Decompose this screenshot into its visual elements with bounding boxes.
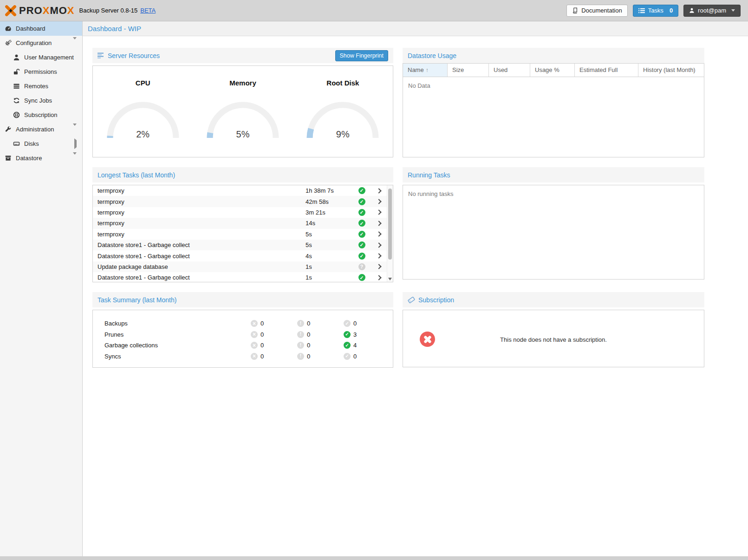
ok-count-icon (344, 342, 351, 349)
task-row[interactable]: Datastore store1 - Garbage collect 5s (93, 240, 393, 250)
server-resources-panel: Server Resources Show Fingerprint CPU (92, 48, 393, 157)
panel-title: Running Tasks (408, 171, 450, 179)
sidebar-item-administration[interactable]: Administration (0, 122, 82, 137)
beta-link[interactable]: BETA (140, 7, 156, 14)
summary-row-garbage-collections: Garbage collections 0 0 4 (93, 340, 393, 351)
sidebar-item-datastore[interactable]: Datastore (0, 151, 82, 165)
task-row[interactable]: Datastore store1 - Garbage collect 4s (93, 250, 393, 261)
chevron-right-icon (376, 275, 381, 280)
gears-icon (5, 39, 12, 46)
task-row[interactable]: termproxy 14s (93, 218, 393, 228)
task-row[interactable]: termproxy 5s (93, 229, 393, 240)
chevron-right-icon (376, 264, 381, 269)
book-icon (572, 7, 578, 13)
proxmox-logo: PROXMOX (5, 5, 75, 17)
sidebar-item-sync-jobs[interactable]: Sync Jobs (0, 93, 82, 108)
collapse-arrow-icon[interactable] (73, 155, 77, 162)
longest-tasks-panel: Longest Tasks (last Month) termproxy 1h … (92, 167, 393, 282)
sidebar-item-disks[interactable]: Disks (0, 137, 82, 151)
ticket-icon (408, 297, 415, 303)
cpu-gauge: CPU 2% (93, 79, 193, 157)
task-row[interactable]: Update package database 1s (93, 261, 393, 272)
task-row[interactable]: Datastore store1 - Garbage collect 1s (93, 272, 393, 282)
ok-count-icon (344, 320, 351, 327)
sidebar-item-subscription[interactable]: Subscription (0, 108, 82, 122)
warning-count-icon (297, 342, 304, 349)
logo-wordmark: PROXMOX (19, 5, 75, 17)
column-header-usage-pct[interactable]: Usage % (530, 64, 575, 77)
panel-title: Subscription (418, 296, 454, 304)
status-unknown-icon (358, 263, 365, 270)
chevron-right-icon (376, 199, 381, 204)
tasks-button[interactable]: Tasks 0 (633, 5, 678, 17)
bottom-border-strip (0, 556, 748, 560)
tachometer-icon (5, 25, 12, 32)
warning-count-icon (297, 320, 304, 327)
chevron-right-icon (376, 253, 381, 258)
sync-arrows-icon (13, 97, 20, 104)
sidebar-item-dashboard[interactable]: Dashboard (0, 21, 82, 36)
vertical-scrollbar[interactable] (387, 185, 393, 282)
scrollbar-thumb[interactable] (388, 189, 392, 260)
root-disk-gauge: Root Disk 9% (293, 79, 393, 157)
wrench-icon (5, 126, 12, 133)
datastore-table-header: Name↑ Size Used Usage % Estimated Full H… (403, 64, 704, 77)
column-header-estimated-full[interactable]: Estimated Full (575, 64, 638, 77)
status-ok-icon (358, 187, 365, 194)
expand-arrow-icon[interactable] (74, 140, 77, 147)
column-header-name[interactable]: Name↑ (403, 64, 448, 77)
panel-title: Datastore Usage (408, 52, 456, 59)
user-menu-button[interactable]: root@pam (683, 5, 741, 17)
running-tasks-panel: Running Tasks No running tasks (403, 167, 704, 280)
root-disk-gauge-value: 9% (303, 129, 382, 140)
sidebar-item-permissions[interactable]: Permissions (0, 65, 82, 79)
sort-asc-icon: ↑ (426, 67, 429, 73)
status-ok-icon (358, 241, 365, 248)
status-ok-icon (358, 253, 365, 260)
server-stack-icon (13, 83, 20, 90)
summary-row-backups: Backups 0 0 0 (93, 318, 393, 329)
panel-title: Task Summary (last Month) (98, 296, 176, 304)
topbar: PROXMOX Backup Server 0.8-15 BETA Docume… (0, 0, 748, 21)
column-header-used[interactable]: Used (489, 64, 530, 77)
ok-count-icon (344, 353, 351, 360)
product-version-label: Backup Server 0.8-15 (79, 7, 138, 14)
main-content: Dashboard - WIP Server Resources Show Fi… (83, 21, 748, 556)
summary-row-prunes: Prunes 0 0 3 (93, 329, 393, 340)
chevron-right-icon (376, 188, 381, 193)
user-icon (689, 7, 695, 13)
column-header-history[interactable]: History (last Month) (638, 64, 704, 77)
chevron-right-icon (376, 221, 381, 226)
task-row[interactable]: termproxy 1h 38m 7s (93, 185, 393, 196)
sidebar-item-remotes[interactable]: Remotes (0, 79, 82, 93)
task-list: termproxy 1h 38m 7s termproxy 42m 58s (93, 185, 393, 282)
task-row[interactable]: termproxy 3m 21s (93, 207, 393, 218)
documentation-button[interactable]: Documentation (566, 5, 627, 17)
scrollbar-down-arrow[interactable] (388, 278, 392, 280)
resource-bars-icon (98, 52, 104, 59)
status-ok-icon (358, 231, 365, 238)
summary-row-syncs: Syncs 0 0 0 (93, 351, 393, 362)
show-fingerprint-button[interactable]: Show Fingerprint (335, 50, 389, 61)
user-icon (13, 54, 20, 61)
column-header-size[interactable]: Size (448, 64, 489, 77)
collapse-arrow-icon[interactable] (73, 126, 77, 133)
error-count-icon (251, 331, 258, 338)
status-ok-icon (358, 220, 365, 227)
collapse-arrow-icon[interactable] (73, 39, 77, 46)
task-row[interactable]: termproxy 42m 58s (93, 196, 393, 207)
chevron-down-icon (731, 9, 735, 12)
status-ok-icon (358, 274, 365, 281)
status-ok-icon (358, 198, 365, 205)
proxmox-x-icon (5, 5, 17, 17)
archive-box-icon (5, 155, 12, 162)
error-count-icon (251, 342, 258, 349)
warning-count-icon (297, 331, 304, 338)
tasks-count-badge: 0 (670, 7, 673, 14)
memory-gauge-value: 5% (203, 129, 282, 140)
no-running-tasks-label: No running tasks (403, 185, 704, 197)
sidebar-item-user-management[interactable]: User Management (0, 50, 82, 65)
subscription-panel: Subscription This node does not have a s… (403, 292, 704, 367)
sidebar-item-configuration[interactable]: Configuration (0, 36, 82, 50)
datastore-usage-panel: Datastore Usage Name↑ Size Used Usage % … (403, 48, 704, 157)
